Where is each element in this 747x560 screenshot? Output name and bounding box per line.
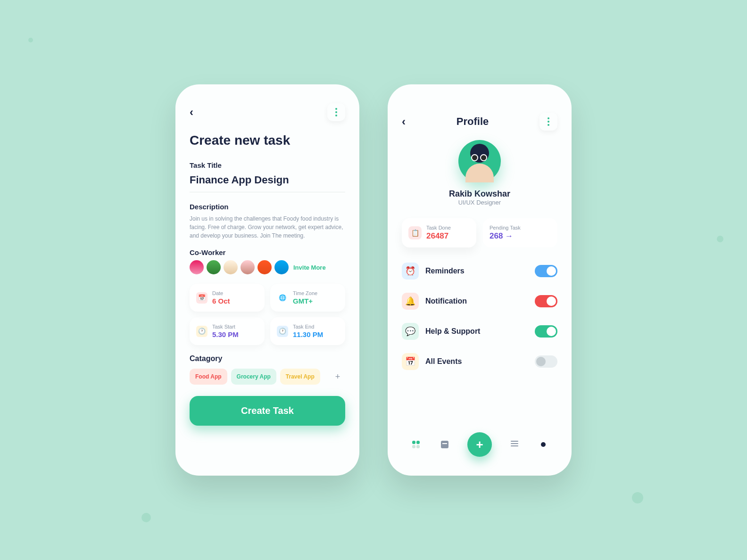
category-chip[interactable]: Food App: [190, 369, 227, 385]
task-done-card[interactable]: 📋 Task Done 26487: [402, 218, 476, 247]
coworker-avatar[interactable]: [257, 260, 272, 274]
nav-list[interactable]: [509, 439, 520, 450]
more-button[interactable]: [540, 113, 557, 131]
task-start-card[interactable]: 🕐 Task Start 5.30 PM: [190, 317, 265, 345]
timezone-value: GMT+: [293, 297, 317, 305]
reminders-row: ⏰ Reminders: [402, 260, 557, 282]
task-done-label: Task Done: [426, 225, 451, 231]
help-label: Help & Support: [425, 327, 528, 336]
calendar-icon: 📅: [196, 292, 208, 304]
add-category-button[interactable]: +: [330, 369, 345, 384]
pending-label: Pending Task: [490, 225, 521, 231]
globe-icon: 🌐: [277, 292, 288, 304]
clock-icon: 🕐: [196, 326, 208, 337]
profile-role: UI/UX Designer: [402, 199, 557, 206]
bg-dot: [28, 38, 33, 42]
pending-task-card[interactable]: Pending Task 268 →: [483, 218, 557, 247]
description-text[interactable]: Join us in solving the challenges that F…: [190, 214, 345, 240]
bottom-nav: +: [402, 421, 557, 457]
bg-dot: [717, 236, 723, 242]
reminders-label: Reminders: [425, 267, 528, 275]
events-toggle[interactable]: [535, 355, 557, 368]
events-row: 📅 All Events: [402, 350, 557, 373]
notification-label: Notification: [425, 297, 528, 305]
pending-value: 268 →: [490, 231, 521, 241]
date-value: 6 Oct: [212, 297, 230, 305]
task-title-input[interactable]: Finance App Design: [190, 174, 345, 192]
create-task-screen: ‹ Create new task Task Title Finance App…: [175, 84, 359, 476]
notification-row: 🔔 Notification: [402, 290, 557, 313]
timezone-card[interactable]: 🌐 Time Zone GMT+: [270, 284, 345, 312]
nav-add-button[interactable]: +: [467, 432, 492, 457]
bg-dot: [141, 513, 151, 522]
coworker-avatar[interactable]: [224, 260, 238, 274]
category-chip[interactable]: Grocery App: [231, 369, 276, 385]
create-task-button[interactable]: Create Task: [190, 396, 345, 426]
screen-title: Profile: [456, 115, 489, 128]
task-done-value: 26487: [426, 231, 451, 241]
category-label: Catagory: [190, 354, 345, 363]
chat-icon: 💬: [402, 323, 419, 340]
notification-toggle[interactable]: [535, 295, 557, 307]
back-button[interactable]: ‹: [190, 106, 193, 119]
profile-name: Rakib Kowshar: [402, 189, 557, 199]
profile-screen: ‹ Profile Rakib Kowshar UI/UX Designer 📋…: [388, 84, 572, 476]
task-title-label: Task Title: [190, 161, 345, 169]
task-done-icon: 📋: [408, 226, 422, 239]
reminders-toggle[interactable]: [535, 265, 557, 277]
bg-dot: [632, 492, 643, 503]
help-toggle[interactable]: [535, 325, 557, 338]
coworker-avatar[interactable]: [190, 260, 204, 274]
date-label: Date: [212, 290, 230, 296]
nav-profile[interactable]: [538, 439, 549, 450]
back-button[interactable]: ‹: [402, 115, 406, 128]
screen-title: Create new task: [190, 133, 345, 148]
events-label: All Events: [425, 357, 528, 366]
category-chip[interactable]: Travel App: [280, 369, 320, 385]
end-value: 11.30 PM: [293, 330, 323, 338]
date-card[interactable]: 📅 Date 6 Oct: [190, 284, 265, 312]
help-row: 💬 Help & Support: [402, 320, 557, 343]
start-value: 5.30 PM: [212, 330, 239, 338]
description-label: Description: [190, 203, 345, 211]
alarm-icon: ⏰: [402, 263, 419, 280]
coworker-avatar[interactable]: [241, 260, 255, 274]
more-button[interactable]: [327, 103, 345, 121]
profile-avatar[interactable]: [458, 140, 501, 182]
timezone-label: Time Zone: [293, 290, 317, 296]
coworker-avatar[interactable]: [207, 260, 221, 274]
clock-icon: 🕐: [277, 326, 288, 337]
coworker-label: Co-Worker: [190, 248, 345, 256]
nav-calendar[interactable]: [439, 439, 450, 450]
coworker-avatar[interactable]: [274, 260, 289, 274]
task-end-card[interactable]: 🕐 Task End 11.30 PM: [270, 317, 345, 345]
bell-icon: 🔔: [402, 293, 419, 310]
start-label: Task Start: [212, 324, 239, 329]
invite-more-button[interactable]: Invite More: [293, 264, 326, 271]
nav-home[interactable]: [410, 439, 422, 450]
calendar-icon: 📅: [402, 353, 419, 370]
end-label: Task End: [293, 324, 323, 329]
